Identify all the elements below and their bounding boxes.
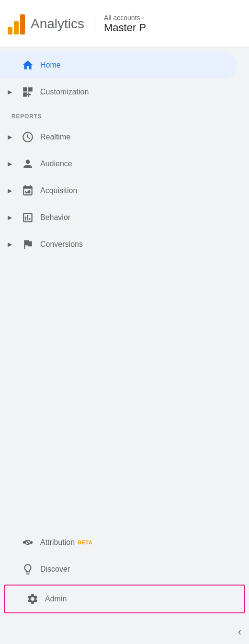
beta-badge: BETA: [78, 540, 92, 545]
realtime-label: Realtime: [40, 133, 70, 141]
behavior-label: Behavior: [40, 213, 70, 222]
logo-bar-2: [14, 21, 19, 34]
header-divider: [94, 10, 94, 38]
sidebar-item-attribution[interactable]: Attribution BETA: [0, 529, 249, 556]
sidebar: Home ▶ Customization REPORTS ▶ Realtime …: [0, 48, 249, 262]
header: Analytics All accounts › Master P: [0, 0, 249, 48]
all-accounts-link[interactable]: All accounts ›: [104, 14, 146, 22]
audience-label: Audience: [40, 160, 72, 168]
realtime-arrow: ▶: [8, 134, 17, 140]
sidebar-item-customization[interactable]: ▶ Customization: [0, 79, 249, 105]
logo-bar-3: [20, 14, 25, 34]
realtime-icon: [19, 128, 36, 146]
analytics-logo: [8, 13, 25, 34]
discover-label: Discover: [40, 565, 70, 574]
home-label: Home: [40, 61, 61, 69]
sidebar-item-conversions[interactable]: ▶ Conversions: [0, 231, 249, 258]
acquisition-arrow: ▶: [8, 187, 17, 194]
reports-section-label: REPORTS: [0, 105, 249, 124]
admin-icon: [24, 590, 41, 608]
attribution-label: Attribution: [40, 538, 75, 547]
discover-icon: [19, 561, 36, 578]
sidebar-item-realtime[interactable]: ▶ Realtime: [0, 124, 249, 150]
behavior-arrow: ▶: [8, 214, 17, 221]
sidebar-item-audience[interactable]: ▶ Audience: [0, 150, 249, 177]
master-property-name: Master P: [104, 22, 146, 34]
sidebar-item-home[interactable]: Home: [0, 52, 238, 79]
account-area[interactable]: All accounts › Master P: [104, 14, 146, 34]
logo-area: Analytics: [8, 13, 84, 34]
conversions-label: Conversions: [40, 240, 83, 249]
customization-label: Customization: [40, 88, 89, 96]
admin-container: Admin: [4, 585, 245, 613]
sidebar-item-discover[interactable]: Discover: [0, 556, 249, 583]
back-arrow[interactable]: ‹: [238, 626, 241, 638]
acquisition-icon: [19, 182, 36, 199]
customization-icon: [19, 83, 36, 101]
all-accounts-label: All accounts: [104, 14, 140, 22]
home-icon: [19, 57, 36, 74]
sidebar-item-behavior[interactable]: ▶ Behavior: [0, 204, 249, 231]
admin-label: Admin: [45, 595, 67, 603]
chevron-icon: ›: [142, 14, 144, 21]
app-title: Analytics: [31, 16, 84, 32]
attribution-icon: [19, 534, 36, 551]
acquisition-label: Acquisition: [40, 186, 77, 195]
audience-arrow: ▶: [8, 161, 17, 167]
bottom-section: Attribution BETA Discover Admin: [0, 529, 249, 615]
audience-icon: [19, 155, 36, 172]
behavior-icon: [19, 209, 36, 226]
sidebar-item-admin[interactable]: Admin: [5, 586, 244, 612]
sidebar-item-acquisition[interactable]: ▶ Acquisition: [0, 177, 249, 204]
conversions-arrow: ▶: [8, 241, 17, 248]
conversions-icon: [19, 236, 36, 253]
logo-bar-1: [8, 27, 12, 34]
customization-arrow: ▶: [8, 89, 17, 95]
